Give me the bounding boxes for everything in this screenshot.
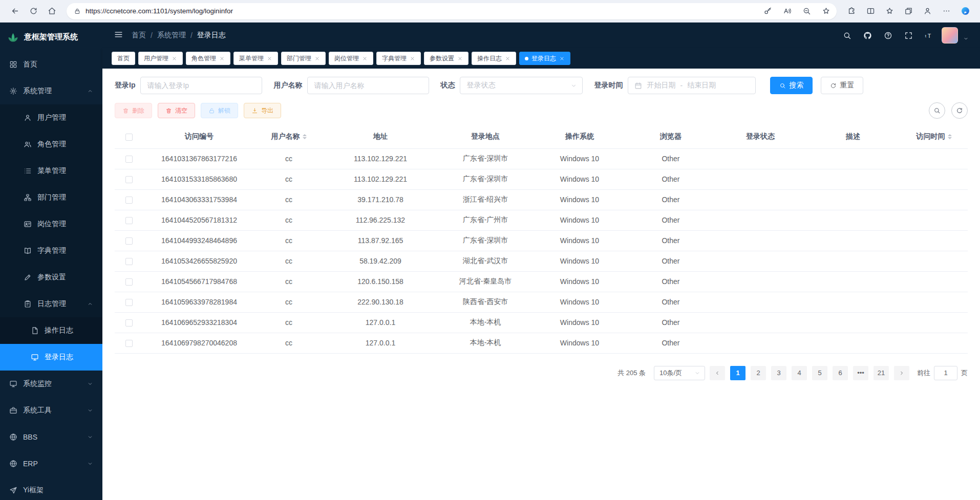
browser-home-button[interactable] (43, 3, 60, 20)
tab-post-mgmt[interactable]: 岗位管理 (329, 52, 373, 65)
row-checkbox[interactable] (125, 156, 133, 163)
tab-user-mgmt[interactable]: 用户管理 (138, 52, 183, 65)
user-name-input[interactable] (307, 77, 429, 94)
select-all-checkbox[interactable] (125, 134, 133, 141)
tab-role-mgmt[interactable]: 角色管理 (186, 52, 230, 65)
sidebar-item-param-settings[interactable]: 参数设置 (0, 264, 102, 291)
sidebar-item-home[interactable]: 首页 (0, 51, 102, 78)
browser-profile-button[interactable] (919, 3, 936, 20)
sidebar-item-user-mgmt[interactable]: 用户管理 (0, 104, 102, 131)
row-checkbox[interactable] (125, 217, 133, 224)
prev-page-button[interactable] (710, 366, 725, 380)
page-button-1[interactable]: 1 (730, 366, 745, 380)
sidebar-item-menu-mgmt[interactable]: 菜单管理 (0, 158, 102, 184)
table-row[interactable]: 1641053426655825920cc58.19.42.209湖北省-武汉市… (115, 251, 968, 271)
help-button[interactable] (880, 28, 896, 43)
clear-button[interactable]: 清空 (158, 103, 195, 118)
address-bar[interactable]: https://ccnetcore.com:1101/system/log/lo… (67, 3, 837, 19)
tab-login-log[interactable]: 登录日志 (519, 52, 570, 65)
favorites-add-button[interactable] (819, 4, 834, 18)
sidebar-item-erp[interactable]: ERP (0, 450, 102, 477)
table-row[interactable]: 1641044993248464896cc113.87.92.165广东省-深圳… (115, 230, 968, 251)
user-avatar[interactable] (942, 27, 958, 44)
page-button-6[interactable]: 6 (833, 366, 848, 380)
sidebar-item-bbs[interactable]: BBS (0, 424, 102, 450)
row-checkbox[interactable] (125, 258, 133, 265)
tab-close-icon[interactable] (410, 56, 415, 61)
page-button-2[interactable]: 2 (751, 366, 766, 380)
unlock-button[interactable]: 解锁 (201, 103, 238, 118)
row-checkbox[interactable] (125, 278, 133, 286)
table-row[interactable]: 1641043063331753984cc39.171.210.78浙江省-绍兴… (115, 189, 968, 210)
row-checkbox[interactable] (125, 319, 133, 327)
tab-operation-log[interactable]: 操作日志 (472, 52, 516, 65)
table-row[interactable]: 1641031533185863680cc113.102.129.221广东省-… (115, 169, 968, 189)
sort-caret[interactable] (948, 132, 952, 141)
sort-caret[interactable] (303, 132, 307, 141)
bing-chat-button[interactable] (956, 3, 974, 20)
sidebar-item-operation-log[interactable]: 操作日志 (0, 317, 102, 344)
back-button[interactable] (6, 3, 24, 20)
sidebar-item-dept-mgmt[interactable]: 部门管理 (0, 184, 102, 211)
row-checkbox[interactable] (125, 340, 133, 347)
sidebar-item-log-mgmt[interactable]: 日志管理 (0, 291, 102, 317)
collections-button[interactable] (900, 3, 917, 20)
sidebar-item-login-log[interactable]: 登录日志 (0, 344, 102, 371)
tab-close-icon[interactable] (362, 56, 368, 61)
password-key-button[interactable] (760, 4, 775, 18)
tab-close-icon[interactable] (559, 56, 565, 61)
table-row[interactable]: 1641059633978281984cc222.90.130.18陕西省-西安… (115, 292, 968, 312)
sidebar-item-system-tools[interactable]: 系统工具 (0, 397, 102, 424)
sidebar-item-yi-framework[interactable]: Yi框架 (0, 477, 102, 500)
tab-menu-mgmt[interactable]: 菜单管理 (233, 52, 278, 65)
tab-home[interactable]: 首页 (112, 52, 135, 65)
sidebar-toggle-button[interactable] (114, 30, 123, 41)
table-row[interactable]: 1641069798270046208cc127.0.0.1本地-本机Windo… (115, 333, 968, 353)
tab-param-settings[interactable]: 参数设置 (424, 52, 468, 65)
next-page-button[interactable] (894, 366, 909, 380)
zoom-out-button[interactable] (799, 4, 814, 18)
refresh-table-button[interactable] (951, 102, 968, 119)
browser-menu-button[interactable] (938, 3, 955, 20)
row-checkbox[interactable] (125, 299, 133, 306)
tab-close-icon[interactable] (314, 56, 320, 61)
page-button-5[interactable]: 5 (812, 366, 827, 380)
tab-dept-mgmt[interactable]: 部门管理 (281, 52, 326, 65)
read-aloud-button[interactable] (780, 4, 795, 18)
page-ellipsis-button[interactable]: ••• (853, 366, 868, 380)
avatar-chevron-down-icon[interactable] (963, 36, 969, 41)
favorites-button[interactable] (881, 3, 898, 20)
goto-page-input[interactable] (934, 366, 957, 380)
tab-dict-mgmt[interactable]: 字典管理 (376, 52, 421, 65)
row-checkbox[interactable] (125, 176, 133, 183)
status-select[interactable]: 登录状态 (460, 77, 583, 94)
tab-close-icon[interactable] (457, 56, 463, 61)
login-time-range-picker[interactable]: 开始日期 - 结束日期 (628, 77, 756, 94)
sidebar-item-dict-mgmt[interactable]: 字典管理 (0, 237, 102, 264)
sidebar-item-system-monitor[interactable]: 系统监控 (0, 371, 102, 397)
tab-close-icon[interactable] (172, 56, 177, 61)
column-header[interactable]: 访问时间 (900, 125, 968, 148)
tab-close-icon[interactable] (505, 56, 510, 61)
column-header[interactable]: 用户名称 (255, 125, 323, 148)
refresh-button[interactable] (25, 3, 42, 20)
sidebar-item-system-mgmt[interactable]: 系统管理 (0, 78, 102, 104)
table-row[interactable]: 1641031367863177216cc113.102.129.221广东省-… (115, 148, 968, 169)
page-button-3[interactable]: 3 (771, 366, 786, 380)
page-button-4[interactable]: 4 (792, 366, 807, 380)
row-checkbox[interactable] (125, 197, 133, 204)
sidebar-item-role-mgmt[interactable]: 角色管理 (0, 131, 102, 158)
table-row[interactable]: 1641044520567181312cc112.96.225.132广东省-广… (115, 210, 968, 230)
table-row[interactable]: 1641069652933218304cc127.0.0.1本地-本机Windo… (115, 312, 968, 333)
sidebar-item-post-mgmt[interactable]: 岗位管理 (0, 211, 102, 237)
delete-button[interactable]: 删除 (115, 103, 152, 118)
extensions-button[interactable] (843, 3, 860, 20)
page-size-select[interactable]: 10条/页 (654, 366, 705, 380)
reset-button[interactable]: 重置 (821, 77, 863, 94)
header-search-button[interactable] (839, 28, 855, 43)
page-button-21[interactable]: 21 (874, 366, 889, 380)
login-ip-input[interactable] (140, 77, 262, 94)
tab-close-icon[interactable] (267, 56, 272, 61)
font-size-button[interactable]: tT (921, 28, 936, 43)
fullscreen-button[interactable] (901, 28, 916, 43)
